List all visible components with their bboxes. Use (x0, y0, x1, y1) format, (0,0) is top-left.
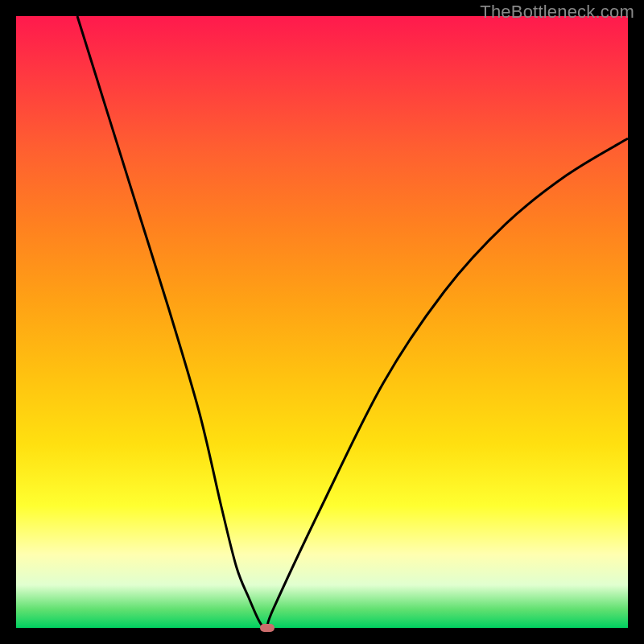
min-marker (260, 624, 275, 632)
watermark-text: TheBottleneck.com (480, 2, 634, 23)
curve-line (77, 16, 628, 629)
bottleneck-curve (16, 16, 628, 628)
